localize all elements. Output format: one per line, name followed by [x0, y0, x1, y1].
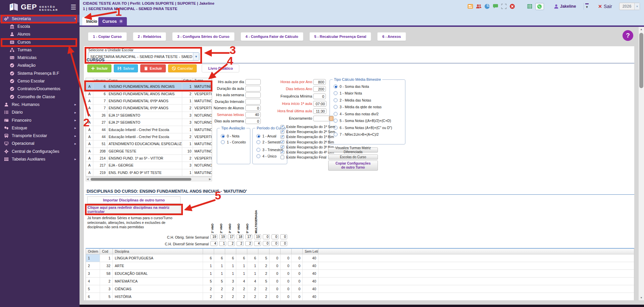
discipline-row[interactable]: 358EDUCAÇÃO GERAL11111200040	[86, 270, 634, 278]
radio-7-nrec1un-b-a-c-2[interactable]: 7 - NRec1Un>B+(A+C)/2	[334, 132, 379, 136]
ch-value-input[interactable]	[263, 241, 270, 246]
scroll-left-icon[interactable]: ◀	[87, 178, 89, 181]
ch-value-input[interactable]	[263, 234, 270, 239]
help-button[interactable]: ?	[623, 30, 633, 41]
user-chip[interactable]: Jakeline	[554, 4, 576, 9]
action-button-3[interactable]: 3 - Configura Séries do Curso	[172, 32, 234, 41]
checkbox-existe-recupera-o-do-2-sem[interactable]: ✓Existe Recuperação do 2º Sem	[281, 130, 335, 134]
chat-icon[interactable]	[493, 4, 499, 9]
close-session-icon[interactable]	[509, 4, 515, 9]
checkbox-existe-recupera-o-do-2-bim[interactable]: ✓Existe Recuperação do 2º Bim	[281, 140, 334, 144]
discipline-row[interactable]: 232ARTE11111200040	[86, 262, 634, 270]
unit-selector-dropdown[interactable]: SECRETARIA MUNICIPAL - SEMED PARA TESTE …	[88, 52, 199, 61]
table-scroll-down-icon[interactable]: ▼	[208, 172, 211, 175]
ch-value-input[interactable]	[280, 234, 287, 239]
radio-4-soma-das-notas-div-2[interactable]: 4 - Soma das notas div/2	[334, 112, 379, 116]
checkbox-existe-recupera-o-do-1-sem[interactable]: ✓Existe Recuperação do 1º Sem	[281, 125, 335, 129]
ch-value-input[interactable]	[271, 241, 279, 246]
radio-2-m-dia-das-notas[interactable]: 2 - Média das Notas	[334, 98, 371, 102]
spreadsheet-icon[interactable]	[527, 4, 533, 9]
ch-value-input[interactable]	[228, 234, 235, 239]
whatsapp-icon[interactable]	[535, 3, 544, 10]
copiar-configura-es-de-outro-t-button[interactable]: Copiar Configuraçõesde outro Turno	[328, 161, 378, 171]
sidebar-item-tabelas-auxiliares[interactable]: Tabelas Auxiliares▸	[0, 155, 80, 163]
sidebar-item-escola[interactable]: Escola	[0, 22, 80, 30]
radio-1-maior-nota[interactable]: 1 - Maior Nota	[334, 91, 362, 95]
ch-value-input[interactable]	[271, 234, 279, 239]
users-icon[interactable]	[476, 4, 482, 9]
radio-4-nico[interactable]: 4 - Único	[256, 154, 277, 158]
field-input-dias-letivos-ano[interactable]	[313, 86, 326, 92]
course-row[interactable]: A44Educação Infantil - Creche/ Pré Escol…	[86, 126, 212, 133]
checkbox-existe-recupera-o-do-4-bim[interactable]: ✓Existe Recuperação do 4º Bim	[281, 150, 334, 154]
field-input-horas-aula-por-ano[interactable]	[313, 79, 326, 85]
ch-value-input[interactable]	[245, 234, 252, 239]
radio-3-m-dia-da-qtde-de-notas[interactable]: 3 - Média da qtde de notas	[334, 105, 382, 109]
escolas-do-curso-button[interactable]: Escolas do Curso	[328, 155, 378, 160]
ch-value-input[interactable]	[254, 241, 261, 246]
checkbox-existe-recupera-o-do-3-bim[interactable]: ✓Existe Recuperação do 3º Bim	[281, 145, 334, 149]
sidebar-item-secretaria[interactable]: Secretaria▾	[0, 15, 80, 22]
course-row[interactable]: A208GEORGE TESTE10MATUTINO	[86, 148, 212, 155]
field-input-frequ-ncia-m-nima[interactable]	[313, 94, 326, 99]
sidebar-item-rec-humanos[interactable]: Rec. Humanos▸	[0, 101, 80, 108]
sidebar-item-sistema-presen-a-b-f[interactable]: Sistema Presença B.F	[0, 69, 80, 77]
sidebar-item-conselho-de-classe[interactable]: Conselho de Classe	[0, 93, 80, 101]
course-row[interactable]: A217EJA - GEORGE3NOTURNO	[86, 162, 212, 169]
sidebar-item-central-de-configura-es[interactable]: Central de Configurações	[0, 147, 80, 155]
logout-button[interactable]: ✕ Sair	[598, 4, 612, 9]
sidebar-item-di-rio[interactable]: Diário▸	[0, 109, 80, 116]
import-disciplinas-button[interactable]: Importar Disciplinas de outro turno	[87, 196, 181, 204]
sidebar-item-censo-escolar[interactable]: Censo Escolar	[0, 77, 80, 85]
hamburger-menu-icon[interactable]: ☰	[70, 4, 76, 10]
sidebar-item-operacional[interactable]: Operacional▸	[0, 140, 80, 147]
radio-1-conceito[interactable]: 1 - Conceito	[221, 140, 246, 144]
incluir-button[interactable]: Incluir	[87, 64, 111, 72]
radio-6-soma-notas-a-b-c-ou-d-[interactable]: 6 - Soma Notas (A+B)+(C" ou D")	[334, 126, 392, 130]
fullscreen-icon[interactable]	[501, 4, 507, 9]
table-scroll-up-icon[interactable]: ▲	[208, 83, 211, 87]
scroll-up-icon[interactable]: ▲	[640, 28, 643, 31]
field-input-hora-final-ltima-aula[interactable]	[313, 108, 327, 114]
action-button-4[interactable]: 4 - Configura Fator de Cálculo	[241, 32, 303, 41]
checkbox-existe-recupera-o-final[interactable]: Existe Recuperação Final	[281, 155, 327, 159]
ch-value-input[interactable]	[237, 241, 244, 246]
discipline-row[interactable]: 11LÍNGUA PORTUGUESA66666500040	[86, 254, 634, 262]
ch-value-input[interactable]	[254, 234, 261, 239]
vscroll-thumb[interactable]	[639, 33, 643, 88]
course-row[interactable]: A214ENSINO FUND. 1º ao 5º - VITTOR2VESPE…	[86, 155, 212, 162]
cursos-table-hscrollbar[interactable]: ◀ ▶	[86, 177, 212, 181]
scroll-right-icon[interactable]: ▶	[209, 178, 211, 181]
discipline-row[interactable]: 65HISTÓRIA22222200040	[86, 293, 634, 301]
checkbox-existe-recupera-o-do-1-bim[interactable]: ✓Existe Recuperação do 1º Bim	[281, 135, 334, 139]
action-button-6[interactable]: 6 - Anexos	[377, 32, 406, 41]
course-row[interactable]: A51ATENDIMENTO EDUCACIONAL ESPECIALIZADO…	[86, 140, 212, 147]
sidebar-item-turmas[interactable]: Turmas	[0, 46, 80, 54]
close-tab-icon[interactable]: ✕	[119, 19, 123, 23]
radio-0-nota[interactable]: 0 - Nota	[221, 134, 239, 138]
salvar-button[interactable]: Salvar	[114, 64, 138, 72]
radio-5-soma-notas-a-b-2-c-d-[interactable]: 5 - Soma Notas ((A+B)/2)+(C+D)	[334, 119, 391, 123]
sidebar-item-cursos[interactable]: Cursos	[0, 38, 80, 46]
hscroll-thumb[interactable]	[91, 178, 191, 181]
ch-value-input[interactable]	[245, 241, 252, 246]
ch-value-input[interactable]	[219, 241, 226, 246]
field-input-hora-in-cio-1-aula[interactable]	[313, 101, 327, 107]
news-icon[interactable]	[467, 4, 474, 9]
action-button-2[interactable]: 2 - Relatórios	[133, 32, 166, 41]
sidebar-item-estoque[interactable]: Estoque▸	[0, 124, 80, 132]
sidebar-item-avalia-o[interactable]: Avaliação	[0, 62, 80, 69]
page-vscrollbar[interactable]: ▲ ▼	[639, 27, 644, 300]
excluir-button[interactable]: Excluir	[140, 64, 166, 72]
pie-chart-icon[interactable]	[484, 4, 490, 9]
visualiza-turmas-matriz-difere-button[interactable]: Visualiza Turmas Matriz Diferenciada	[328, 147, 378, 152]
ch-value-input[interactable]	[219, 234, 226, 239]
header-dropdown-caret[interactable]: ▼	[584, 3, 590, 10]
discipline-row[interactable]: 53CIÊNCIAS22222200040	[86, 285, 634, 293]
course-row[interactable]: A44Educação Infantil - Creche/ Pré Escol…	[86, 133, 212, 140]
scroll-down-icon[interactable]: ▼	[640, 296, 643, 299]
year-select[interactable]: 2026 ▼	[619, 3, 640, 10]
sidebar-item-financeiro[interactable]: Financeiro▸	[0, 116, 80, 124]
sidebar-item-matriculas[interactable]: Matriculas	[0, 54, 80, 61]
action-button-5[interactable]: 5 - Recalcular Presença Geral	[309, 32, 371, 41]
